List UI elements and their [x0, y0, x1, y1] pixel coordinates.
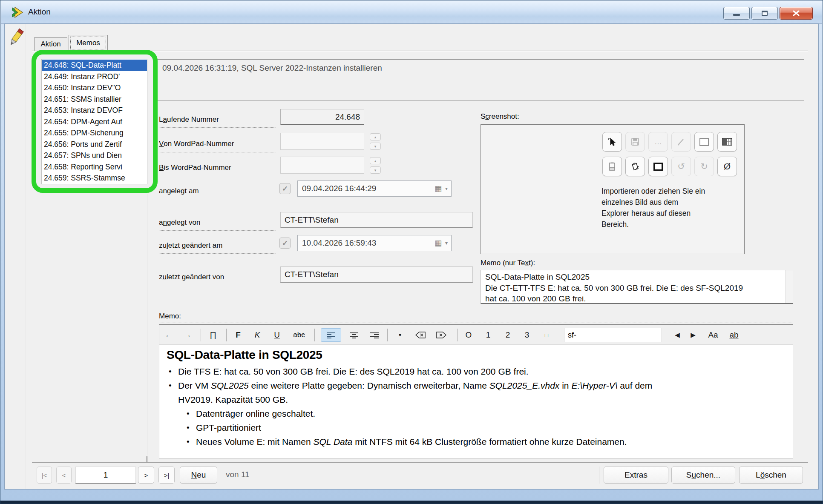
memo-text-label: Memo (nur Text): [481, 259, 535, 267]
geaendert-am-datepicker[interactable]: 10.04.2026 16:59:43 ▦ ▾ [297, 235, 452, 251]
notepad-button[interactable] [602, 157, 622, 176]
list-item[interactable]: 24.654: DPM-Agent Auf [42, 116, 147, 128]
tab-panel-border [32, 51, 808, 52]
bis-wordpad-spin-down[interactable]: ▾ [370, 166, 381, 174]
record-count-label: von 11 [226, 470, 250, 479]
von-wordpad-field[interactable] [280, 133, 364, 150]
label-geaendert-am: zuletzt geändert am [159, 238, 276, 254]
heading-2-button[interactable]: 2 [501, 325, 515, 345]
redo-button[interactable]: → [180, 325, 195, 345]
paste-image-button[interactable] [625, 157, 645, 176]
memo-text-line: Die CT-ETT-TFS E: hat ca. 50 von 300 GB … [485, 283, 781, 294]
geaendert-am-checkbox[interactable]: ✓ [279, 238, 291, 249]
undo-button[interactable]: ← [161, 325, 176, 345]
save-image-button[interactable] [625, 132, 645, 152]
hint-line: einzelnes Bild aus dem [601, 197, 742, 208]
bullet-list-button[interactable]: • [393, 325, 407, 345]
pick-screenshot-button[interactable] [602, 132, 622, 152]
bold-button[interactable]: F [231, 325, 245, 345]
memo-listbox[interactable]: 24.648: SQL-Data-Platt 24.649: Instanz P… [41, 59, 147, 184]
von-wordpad-spin-down[interactable]: ▾ [370, 143, 381, 150]
match-case-button[interactable]: Aa [705, 325, 722, 345]
extras-button[interactable]: Extras [604, 467, 668, 484]
memo-rich-content[interactable]: SQL-Data-Platte in SQL2025 Die TFS E: ha… [159, 345, 793, 458]
button-group-separator [599, 467, 599, 484]
delete-right-button[interactable] [432, 325, 450, 345]
label-laufende-nummer: Laufende Nummer [159, 112, 276, 128]
edit-image-button[interactable] [671, 132, 691, 152]
geaendert-von-field[interactable]: CT-ETT\Stefan [280, 266, 473, 283]
angelegt-am-checkbox[interactable]: ✓ [279, 183, 291, 194]
memo-text-line: hat ca. 100 von 200 GB frei. [485, 293, 781, 304]
nav-first-button[interactable]: |< [37, 467, 52, 484]
border-toggle-button[interactable] [648, 157, 668, 176]
delete-left-button[interactable] [412, 325, 429, 345]
heading-0-button[interactable]: O [461, 325, 476, 345]
hint-line: Explorer heraus auf diesen [601, 208, 742, 219]
memo-heading: SQL-Data-Platte in SQL2025 [167, 348, 784, 362]
bis-wordpad-field[interactable] [280, 157, 364, 174]
angelegt-von-field[interactable]: CT-ETT\Stefan [280, 212, 473, 228]
underline-button[interactable]: U [270, 325, 284, 345]
pilcrow-button[interactable]: ∏ [205, 325, 221, 345]
rotate-right-button[interactable]: ↻ [694, 157, 714, 176]
rotate-left-icon: ↺ [677, 161, 685, 172]
erase-right-icon [436, 332, 446, 338]
new-button[interactable]: Neu [180, 467, 217, 484]
memo-bullet: Die TFS E: hat ca. 50 von 300 GB frei. D… [167, 364, 784, 378]
chevron-down-icon[interactable]: ▾ [445, 186, 448, 192]
italic-button[interactable]: K [250, 325, 265, 345]
tab-memos[interactable]: Memos [69, 35, 108, 51]
clear-image-button[interactable]: Ø [717, 157, 737, 176]
align-center-button[interactable] [344, 328, 364, 342]
list-item[interactable]: 24.651: SSMS installier [42, 94, 147, 105]
list-item[interactable]: 24.650: Instanz DEV"O [42, 82, 147, 94]
list-item[interactable]: 24.659: SSRS-Stammse [42, 172, 147, 184]
list-item[interactable]: 24.656: Ports und Zertif [42, 139, 147, 150]
angelegt-am-value: 09.04.2026 16:44:29 [302, 184, 376, 193]
edit-pencil-icon [8, 27, 24, 49]
small-square-button[interactable]: □ [539, 325, 554, 345]
laufende-nummer-field[interactable]: 24.648 [280, 109, 364, 125]
list-item[interactable]: 24.653: Instanz DEVOF [42, 105, 147, 116]
find-input[interactable] [564, 328, 662, 342]
find-next-button[interactable]: ▶ [686, 325, 700, 345]
memo-sub-bullet: Neues Volume E: mit Namen SQL Data mit N… [184, 435, 784, 449]
memo-editor: ← → ∏ F K U abc • [159, 324, 793, 459]
delete-button[interactable]: Löschen [739, 467, 803, 484]
list-item[interactable]: 24.655: DPM-Sicherung [42, 127, 147, 139]
more-options-button[interactable]: … [648, 132, 668, 152]
find-prev-button[interactable]: ◀ [670, 325, 685, 345]
list-item[interactable]: 24.657: SPNs und Dien [42, 150, 147, 161]
nav-next-button[interactable]: > [138, 467, 154, 484]
search-button[interactable]: Suchen... [671, 467, 735, 484]
window-image-button[interactable] [717, 132, 737, 152]
scrollbar[interactable] [785, 270, 793, 303]
list-item-selected[interactable]: 24.648: SQL-Data-Platt [42, 60, 147, 71]
strikethrough-button[interactable]: abc [290, 325, 308, 345]
align-left-button[interactable] [321, 328, 341, 342]
whole-word-button[interactable]: ab [726, 325, 742, 345]
memo-sub-bullet: GPT-partitioniert [184, 421, 784, 435]
screenshot-root: { "window": { "title": "Aktion" }, "tabs… [0, 0, 823, 504]
heading-3-button[interactable]: 3 [520, 325, 534, 345]
ellipsis-icon: … [654, 137, 662, 146]
angelegt-am-datepicker[interactable]: 09.04.2026 16:44:29 ▦ ▾ [297, 180, 452, 197]
pencil-icon [677, 137, 685, 146]
frame-image-button[interactable] [694, 132, 714, 152]
memo-description-field[interactable]: 09.04.2026 16:31:19, SQL Server 2022-Ins… [156, 59, 804, 100]
memo-sub-bullet: Datenträger online geschaltet. [184, 407, 784, 421]
chevron-down-icon[interactable]: ▾ [445, 240, 448, 246]
nav-prev-button[interactable]: < [56, 467, 72, 484]
rotate-left-button[interactable]: ↺ [671, 157, 691, 176]
list-item[interactable]: 24.658: Reporting Servi [42, 161, 147, 173]
bis-wordpad-spin-up[interactable]: ▴ [370, 157, 381, 164]
tab-aktion[interactable]: Aktion [34, 37, 67, 51]
heading-1-button[interactable]: 1 [481, 325, 495, 345]
memo-plaintext-field[interactable]: SQL-Data-Platte in SQL2025 Die CT-ETT-TF… [481, 270, 793, 304]
record-number-input[interactable] [75, 467, 136, 484]
von-wordpad-spin-up[interactable]: ▴ [370, 133, 381, 140]
list-item[interactable]: 24.649: Instanz PROD' [42, 71, 147, 83]
nav-last-button[interactable]: >| [158, 467, 175, 484]
align-right-button[interactable] [365, 328, 384, 342]
